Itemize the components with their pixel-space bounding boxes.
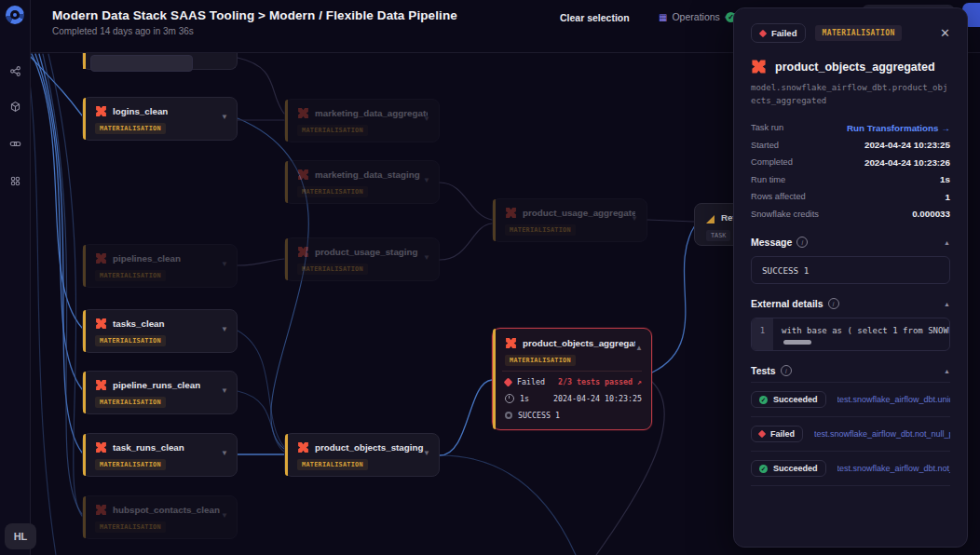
- chevron-down-icon[interactable]: ▼: [631, 214, 638, 223]
- field-list: Task run Run Transformations → Started 2…: [751, 119, 950, 223]
- close-icon[interactable]: ✕: [940, 27, 950, 39]
- cube-icon[interactable]: [9, 101, 21, 113]
- model-path: model.snowflake_airflow_dbt.product_obje…: [751, 82, 950, 107]
- materialisation-badge: MATERIALISATION: [297, 125, 368, 136]
- test-link[interactable]: test.snowflake_airflow_dbt.not_null_pr: [814, 429, 950, 439]
- field-label: Snowflake credits: [751, 210, 819, 219]
- node-status: Failed: [517, 377, 545, 386]
- node-logins-clean[interactable]: logins_clean ▼ MATERIALISATION: [82, 97, 238, 141]
- status-badge-label: Failed: [771, 28, 796, 38]
- link-icon[interactable]: [9, 138, 21, 150]
- node-title: product_objects_staging: [315, 442, 424, 453]
- dbt-icon: [95, 252, 107, 264]
- materialisation-badge: MATERIALISATION: [505, 224, 576, 236]
- node-tasks-clean[interactable]: tasks_clean ▼ MATERIALISATION: [82, 309, 238, 353]
- node-pipelines-clean[interactable]: pipelines_clean ▼ MATERIALISATION: [82, 244, 238, 288]
- node-pipeline-runs-clean[interactable]: pipeline_runs_clean ▼ MATERIALISATION: [82, 371, 238, 414]
- dbt-icon: [95, 504, 107, 516]
- node-product-usage-staging[interactable]: product_usage_staging ▼ MATERIALISATION: [284, 237, 440, 281]
- chevron-down-icon[interactable]: ▼: [423, 449, 430, 457]
- failed-diamond-icon: [504, 377, 513, 386]
- app-window: HL Modern Data Stack SAAS Tooling > Mode…: [0, 0, 980, 555]
- field-value: 2024-04-24 10:23:25: [864, 140, 950, 150]
- collapse-icon[interactable]: ▲: [944, 368, 950, 374]
- collapse-icon[interactable]: ▲: [944, 239, 950, 246]
- test-row: ✓ Succeeded test.snowflake_airflow_dbt.n…: [751, 452, 950, 486]
- dbt-icon: [95, 441, 107, 453]
- chevron-down-icon[interactable]: ▼: [221, 386, 228, 395]
- dbt-icon: [95, 318, 107, 330]
- integrations-icon[interactable]: [9, 175, 21, 187]
- line-number: 1: [752, 318, 773, 350]
- test-link[interactable]: test.snowflake_airflow_dbt.unique_pro: [837, 395, 950, 404]
- panel-title: product_objects_aggregated: [775, 61, 935, 74]
- node-accent-bar: [285, 238, 288, 280]
- node-marketing-data-staging[interactable]: marketing_data_staging ▼ MATERIALISATION: [284, 160, 440, 204]
- dbt-icon: [297, 107, 309, 119]
- node-marketing-data-aggregated[interactable]: marketing_data_aggregated ▼ MATERIALISAT…: [284, 99, 440, 142]
- breadcrumb-title: Modern Data Stack SAAS Tooling > Modern …: [52, 8, 457, 22]
- materialisation-badge: MATERIALISATION: [95, 397, 166, 408]
- test-status-label: Succeeded: [773, 464, 818, 473]
- chevron-down-icon[interactable]: ▼: [423, 176, 430, 184]
- materialisation-badge: MATERIALISATION: [297, 186, 368, 197]
- node-accent-bar: [83, 52, 86, 69]
- tests-section: Tests i ▲ ✓ Succeeded test.snowflake_air…: [751, 365, 950, 486]
- node-title: marketing_data_staging: [315, 169, 420, 180]
- field-label: Started: [751, 141, 779, 150]
- node-product-objects-aggregated-selected[interactable]: product_objects_aggregated ▲ MATERIALISA…: [492, 328, 652, 430]
- horizontal-scrollbar[interactable]: [783, 340, 811, 345]
- node-product-objects-staging[interactable]: product_objects_staging ▼ MATERIALISATIO…: [284, 433, 440, 477]
- materialisation-badge: MATERIALISATION: [95, 335, 166, 346]
- app-logo-icon[interactable]: [6, 6, 24, 24]
- clear-selection-button[interactable]: Clear selection: [560, 12, 630, 23]
- chevron-down-icon[interactable]: ▼: [221, 325, 228, 333]
- node-accent-bar: [83, 310, 86, 352]
- dbt-icon: [751, 59, 767, 74]
- test-row: Failed test.snowflake_airflow_dbt.not_nu…: [751, 417, 950, 452]
- node-task-runs-clean[interactable]: task_runs_clean ▼ MATERIALISATION: [82, 433, 238, 477]
- user-avatar[interactable]: HL: [5, 523, 36, 549]
- clipped-node[interactable]: [82, 52, 238, 70]
- field-value: 2024-04-24 10:23:26: [864, 157, 950, 168]
- tests-summary-link[interactable]: 2/3 tests passed ↗: [558, 377, 642, 386]
- message-box: SUCCESS 1: [751, 256, 950, 284]
- materialisation-badge: MATERIALISATION: [95, 123, 166, 134]
- chevron-down-icon[interactable]: ▼: [221, 260, 228, 268]
- info-icon[interactable]: i: [796, 237, 808, 248]
- node-title: product_objects_aggregated: [523, 338, 635, 348]
- chevron-down-icon[interactable]: ▼: [221, 449, 228, 457]
- clock-icon: [505, 394, 514, 403]
- chevron-up-icon[interactable]: ▲: [635, 344, 643, 352]
- node-title: hubspot_contacts_clean: [113, 505, 220, 515]
- dbt-icon: [297, 246, 309, 258]
- node-hubspot-contacts-clean[interactable]: hubspot_contacts_clean ▼ MATERIALISATION: [82, 495, 238, 539]
- dag-graph-icon[interactable]: [9, 65, 21, 77]
- materialisation-badge: MATERIALISATION: [95, 521, 166, 533]
- chevron-down-icon[interactable]: ▼: [221, 511, 228, 520]
- node-title: pipeline_runs_clean: [113, 380, 200, 390]
- failed-diamond-icon: [758, 430, 766, 438]
- field-value: 1s: [940, 174, 950, 184]
- materialisation-badge: MATERIALISATION: [297, 459, 368, 470]
- left-sidebar: [0, 0, 31, 555]
- info-icon[interactable]: i: [828, 298, 839, 309]
- task-run-link[interactable]: Run Transformations →: [847, 123, 950, 133]
- clipped-node-badge: [90, 55, 193, 72]
- materialisation-badge: MATERIALISATION: [505, 355, 576, 366]
- node-title: logins_clean: [113, 106, 168, 116]
- node-product-usage-aggregated[interactable]: product_usage_aggregated ▼ MATERIALISATI…: [492, 198, 647, 242]
- chevron-down-icon[interactable]: ▼: [423, 253, 430, 262]
- test-link[interactable]: test.snowflake_airflow_dbt.not_null_pr: [837, 464, 950, 473]
- node-accent-bar: [285, 434, 288, 476]
- chevron-down-icon[interactable]: ▼: [221, 113, 228, 121]
- materialisation-badge: MATERIALISATION: [297, 264, 368, 275]
- node-message: SUCCESS 1: [518, 411, 560, 420]
- chevron-down-icon[interactable]: ▼: [423, 115, 430, 123]
- dbt-icon: [505, 207, 517, 219]
- succeeded-check-icon: ✓: [759, 465, 768, 473]
- collapse-icon[interactable]: ▲: [944, 301, 950, 307]
- dbt-icon: [95, 105, 107, 117]
- info-icon[interactable]: i: [781, 365, 792, 376]
- field-label: Rows affected: [751, 192, 806, 201]
